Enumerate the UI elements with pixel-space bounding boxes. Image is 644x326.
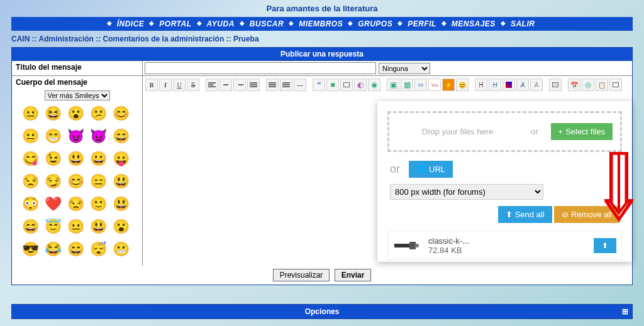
globe-icon: 🌐 [416,165,426,174]
code-icon[interactable]: ■ [326,79,339,91]
nav-salir[interactable]: SALIR [507,19,539,28]
smiley-icon[interactable]: 😃 [112,195,131,214]
send-all-button[interactable]: ⬆ Send all [498,206,552,223]
date-icon[interactable]: 📅 [568,79,580,91]
smiley-icon[interactable]: 😮 [66,104,85,123]
nav-ayuda[interactable]: AYUDA [203,19,238,28]
link-icon[interactable]: ∞ [414,79,427,91]
italic-icon[interactable]: I [159,79,172,91]
font2-icon[interactable]: A [530,79,543,91]
body-label-col: Cuerpo del mensaje Ver más Smileys 😐😆😮😕😊… [12,76,143,266]
submit-row: Previsualizar Enviar [12,266,632,285]
list-ul-icon[interactable] [266,79,279,91]
size-icon[interactable]: H [489,79,501,91]
smiley-icon[interactable]: 😇 [43,217,62,236]
nav-buscar[interactable]: BUSCAR [246,19,287,28]
underline-icon[interactable]: U [173,79,186,91]
smiley-icon[interactable]: 😁 [43,127,62,146]
more-icon[interactable] [549,79,562,91]
smiley-icon[interactable]: 😏 [43,172,62,191]
smiley-icon[interactable]: 😴 [89,240,108,259]
flash-icon[interactable]: ⚡ [442,79,455,91]
nav-mensajes[interactable]: MENSAJES [448,19,499,28]
title-select[interactable]: Ninguna [379,63,430,74]
file-row: classic-k-... 72.84 KB ⬆ [387,231,622,261]
table-icon[interactable] [340,79,353,91]
smiley-icon[interactable]: 😄 [66,240,85,259]
preview-button[interactable]: Previsualizar [273,269,330,281]
color-icon[interactable] [502,79,515,91]
file-upload-button[interactable]: ⬆ [594,238,616,253]
select-files-button[interactable]: + Select files [551,123,613,140]
align-left-icon[interactable] [206,79,218,91]
breadcrumb[interactable]: CAIN :: Administración :: Comentarios de… [11,35,633,47]
nav-perfil[interactable]: PERFIL [404,19,440,28]
nav-portal[interactable]: PORTAL [155,19,195,28]
width-select[interactable]: 800 px width (for forums) [390,184,543,200]
url-button[interactable]: 🌐 URL [409,161,453,178]
smiley-icon[interactable]: 😬 [112,240,131,259]
emoji-icon[interactable]: 😊 [456,79,469,91]
spoiler-icon[interactable]: ◐ [354,79,367,91]
paste-icon[interactable]: 📋 [596,79,608,91]
image-icon[interactable]: ▦ [401,79,413,91]
smiley-icon[interactable]: 😎 [21,240,40,259]
smiley-icon[interactable]: 😃 [66,149,85,168]
smiley-select[interactable]: Ver más Smileys [45,90,110,101]
send-button[interactable]: Enviar [335,269,372,281]
nav-miembros[interactable]: MIEMBROS [295,19,347,28]
smiley-icon[interactable]: 😛 [112,149,131,168]
diamond-icon: ◆ [347,19,354,28]
align-right-icon[interactable] [233,79,246,91]
list-ol-icon[interactable] [280,79,292,91]
smiley-icon[interactable]: 😒 [21,172,40,191]
align-justify-icon[interactable] [247,79,260,91]
smiley-icon[interactable]: 😐 [21,104,40,123]
smiley-icon[interactable]: 😒 [66,195,85,214]
smiley-icon[interactable]: 😕 [89,104,108,123]
smiley-icon[interactable]: 😃 [89,217,108,236]
smiley-icon[interactable]: 😄 [21,217,40,236]
smiley-icon[interactable]: 😃 [112,172,131,191]
svg-rect-1 [409,242,416,249]
file-name: classic-k-... [428,236,586,246]
font-icon[interactable]: A [516,79,529,91]
smiley-icon[interactable]: 😑 [89,172,108,191]
smiley-icon[interactable]: 😋 [21,149,40,168]
options-panel-header[interactable]: Opciones ⊞ [11,304,633,319]
nav-grupos[interactable]: GRUPOS [354,19,396,28]
hidden-icon[interactable]: ◉ [368,79,380,91]
smiley-icon[interactable]: 🙂 [89,195,108,214]
smiley-icon[interactable]: 😀 [89,149,108,168]
smiley-icon[interactable]: 😊 [66,172,85,191]
align-center-icon[interactable] [219,79,232,91]
drop-zone[interactable]: Drop your files here or + Select files [387,111,622,152]
heading-icon[interactable]: H [475,79,487,91]
hr-icon[interactable]: — [294,79,306,91]
strike-icon[interactable]: S [187,79,199,91]
drop-text: Drop your files here [397,127,518,136]
source-icon[interactable] [609,79,622,91]
expand-icon[interactable]: ⊞ [622,307,628,316]
smiley-icon[interactable]: 😳 [21,195,40,214]
remove-all-button[interactable]: ⊘ Remove all [554,206,619,223]
smiley-icon[interactable]: 😉 [43,149,62,168]
smiley-icon[interactable]: 😄 [112,127,131,146]
panel-title: Publicar una respuesta [12,48,632,61]
nav-indice[interactable]: ÍNDICE [113,19,148,28]
smiley-icon[interactable]: 😐 [21,127,40,146]
smiley-icon[interactable]: 😊 [112,104,131,123]
title-input[interactable] [145,62,376,74]
bold-icon[interactable]: B [145,79,158,91]
smiley-icon[interactable]: 👿 [89,127,108,146]
other-icon[interactable]: ◎ [582,79,594,91]
image-host-icon[interactable]: ▣ [387,79,399,91]
smiley-icon[interactable]: 😐 [66,217,85,236]
quote-icon[interactable]: ❝ [313,79,325,91]
smiley-icon[interactable]: 😂 [43,240,62,259]
smiley-icon[interactable]: 😮 [112,217,131,236]
youtube-icon[interactable]: You [428,79,441,91]
smiley-icon[interactable]: 😆 [43,104,62,123]
smiley-icon[interactable]: 😈 [66,127,85,146]
smiley-icon[interactable]: ❤️ [43,195,62,214]
